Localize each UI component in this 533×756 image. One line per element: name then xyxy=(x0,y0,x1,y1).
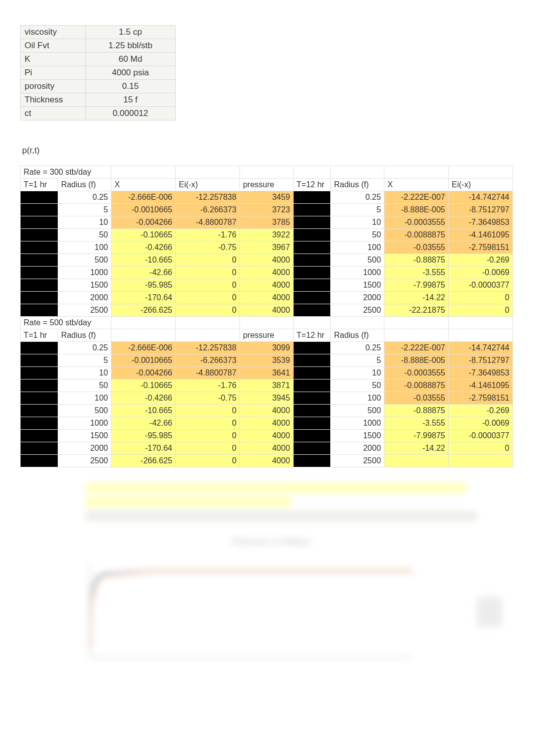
x-cell: -0.10665 xyxy=(111,380,176,392)
radius-cell: 500 xyxy=(58,254,111,267)
x-cell: -0.0010665 xyxy=(111,204,176,216)
data-row: 2000-170.64040002000-14.220 xyxy=(21,292,513,304)
x-cell: -170.64 xyxy=(111,442,176,455)
x-cell-2: -0.0003555 xyxy=(384,216,449,229)
pressure-cell: 4000 xyxy=(240,430,294,442)
param-label: K xyxy=(21,53,86,66)
rate-label: Rate = 300 stb/day xyxy=(21,166,111,179)
radius-cell: 0.25 xyxy=(58,342,111,354)
pressure-cell: 4000 xyxy=(240,292,294,304)
radius-cell-2: 0.25 xyxy=(331,191,384,204)
x-cell: -42.66 xyxy=(111,417,176,430)
ei-cell-2: -7.3649853 xyxy=(449,216,513,229)
radius-cell: 0.25 xyxy=(58,191,111,204)
hdr-radius-2: Radius (f) xyxy=(331,179,384,191)
pressure-cell: 3785 xyxy=(240,216,294,229)
x-cell: -266.625 xyxy=(111,304,176,317)
mask-cell xyxy=(21,405,58,417)
ei-cell: -6.266373 xyxy=(176,204,240,216)
hdr-radius: Radius (f) xyxy=(58,329,111,342)
pressure-cell: 3539 xyxy=(240,354,294,367)
ei-cell: -0.75 xyxy=(176,241,240,254)
pressure-cell: 3099 xyxy=(240,342,294,354)
data-row: 500-10.66504000500-0.88875-0.269 xyxy=(21,254,513,267)
ei-cell: 0 xyxy=(176,405,240,417)
radius-cell: 2500 xyxy=(58,304,111,317)
data-row: 10-0.004266-4.8800787378510-0.0003555-7.… xyxy=(21,216,513,229)
param-row: Oil Fvt1.25 bbl/stb xyxy=(21,39,176,53)
param-row: Thickness15 f xyxy=(21,93,176,107)
mask-cell xyxy=(293,267,331,279)
param-value: 0.000012 xyxy=(85,107,175,120)
mask-cell xyxy=(21,455,58,467)
mask-cell xyxy=(293,442,331,455)
radius-cell-2: 50 xyxy=(331,229,384,241)
data-row: 10-0.004266-4.8800787364110-0.0003555-7.… xyxy=(21,367,513,380)
radius-cell: 2000 xyxy=(58,292,111,304)
radius-cell: 5 xyxy=(58,354,111,367)
param-value: 4000 psia xyxy=(85,66,175,80)
pressure-cell: 3459 xyxy=(240,191,294,204)
mask-cell xyxy=(21,417,58,430)
x-cell-2: -3.555 xyxy=(384,267,449,279)
ei-cell-2: -0.0000377 xyxy=(449,430,513,442)
param-value: 1.5 cp xyxy=(85,26,175,39)
pressure-cell: 3922 xyxy=(240,229,294,241)
x-cell-2: -22.21875 xyxy=(384,304,449,317)
ei-cell-2 xyxy=(449,455,513,467)
hdr-x-2: X xyxy=(384,179,449,191)
x-cell-2: -7.99875 xyxy=(384,279,449,292)
pressure-cell: 4000 xyxy=(240,455,294,467)
ei-cell-2: 0 xyxy=(449,442,513,455)
param-value: 15 f xyxy=(85,93,175,107)
hdr-pressure: pressure xyxy=(240,179,294,191)
x-cell: -266.625 xyxy=(111,455,176,467)
x-cell: -0.0010665 xyxy=(111,354,176,367)
blurred-paragraph xyxy=(20,482,513,522)
pressure-cell: 4000 xyxy=(240,417,294,430)
ei-cell-2: -0.269 xyxy=(449,405,513,417)
param-label: Pi xyxy=(21,66,86,80)
radius-cell-2: 1000 xyxy=(331,267,384,279)
radius-cell-2: 10 xyxy=(331,367,384,380)
ei-cell-2: -4.1461095 xyxy=(449,380,513,392)
x-cell: -0.004266 xyxy=(111,216,176,229)
data-row: 2000-170.64040002000-14.220 xyxy=(21,442,513,455)
radius-cell-2: 5 xyxy=(331,204,384,216)
data-table-wrap: Rate = 300 stb/dayT=1 hrRadius (f)XEi(-x… xyxy=(20,166,513,467)
x-cell-2: -0.03555 xyxy=(384,241,449,254)
param-label: porosity xyxy=(21,80,86,93)
rate-row: Rate = 300 stb/day xyxy=(21,166,513,179)
ei-cell: -4.8800787 xyxy=(176,216,240,229)
header-row: T=1 hrRadius (f)XEi(-x)pressureT=12 hrRa… xyxy=(21,179,513,191)
x-cell-2: -0.0088875 xyxy=(384,229,449,241)
mask-cell xyxy=(21,254,58,267)
mask-cell xyxy=(293,292,331,304)
ei-cell-2: -0.269 xyxy=(449,254,513,267)
x-cell-2: -8.888E-005 xyxy=(384,204,449,216)
ei-cell-2: -0.0069 xyxy=(449,417,513,430)
radius-cell: 1500 xyxy=(58,430,111,442)
radius-cell: 2500 xyxy=(58,455,111,467)
data-row: 5-0.0010665-6.26637335395-8.888E-005-8.7… xyxy=(21,354,513,367)
radius-cell-2: 5 xyxy=(331,354,384,367)
ei-cell-2: 0 xyxy=(449,304,513,317)
mask-cell xyxy=(21,380,58,392)
mask-cell xyxy=(21,191,58,204)
mask-cell xyxy=(293,204,331,216)
ei-cell: -12.257838 xyxy=(176,342,240,354)
pressure-cell: 4000 xyxy=(240,442,294,455)
x-cell-2: -8.888E-005 xyxy=(384,354,449,367)
ei-cell-2: -0.0069 xyxy=(449,267,513,279)
ei-cell: 0 xyxy=(176,304,240,317)
data-row: 50-0.10665-1.76387150-0.0088875-4.146109… xyxy=(21,380,513,392)
radius-cell-2: 100 xyxy=(331,241,384,254)
radius-cell-2: 0.25 xyxy=(331,342,384,354)
x-cell: -2.666E-006 xyxy=(111,191,176,204)
radius-cell-2: 50 xyxy=(331,380,384,392)
radius-cell: 50 xyxy=(58,229,111,241)
radius-cell-2: 2500 xyxy=(331,455,384,467)
x-cell-2 xyxy=(384,455,449,467)
data-row: 2500-266.625040002500 xyxy=(21,455,513,467)
ei-cell-2: 0 xyxy=(449,292,513,304)
